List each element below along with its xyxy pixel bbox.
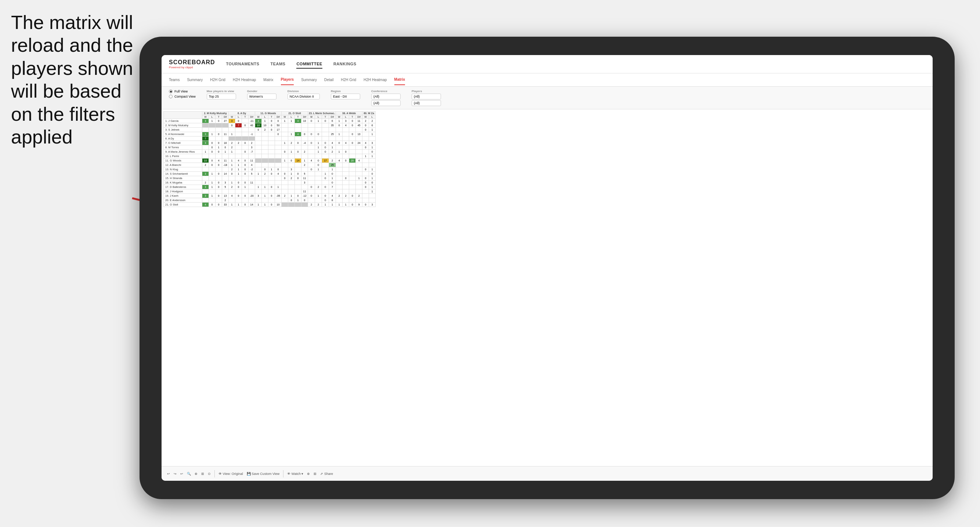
data-cell: 0: [295, 141, 301, 145]
data-cell: [262, 137, 269, 141]
data-cell: [295, 167, 301, 172]
tab-h2h-heatmap[interactable]: H2H Heatmap: [233, 75, 256, 85]
data-cell: 0: [255, 128, 262, 132]
separator-2: [283, 470, 283, 478]
data-cell: 1: [229, 181, 235, 185]
data-cell: [255, 181, 262, 185]
division-select[interactable]: NCAA Division II: [288, 94, 320, 100]
data-cell: [242, 145, 248, 150]
conference-select1[interactable]: (All): [371, 94, 401, 100]
back-btn[interactable]: ↩: [180, 472, 183, 476]
data-cell: 1: [329, 145, 336, 150]
data-cell: [369, 198, 375, 203]
players-label: Players: [412, 90, 441, 93]
data-cell: 0: [235, 119, 242, 123]
refresh-btn[interactable]: ⊙: [208, 472, 211, 476]
plus-btn[interactable]: ⊕: [307, 472, 310, 476]
data-cell: 2: [329, 150, 336, 154]
tab-teams[interactable]: Teams: [169, 75, 180, 85]
grid-btn[interactable]: ⊞: [201, 472, 204, 476]
table-row: 1. J Garcia3102730-114100114100106130112…: [164, 119, 375, 123]
conference-select2[interactable]: (All): [371, 100, 401, 106]
players-filter: Players (All) (All): [412, 90, 441, 106]
data-cell: [242, 128, 248, 132]
data-cell: [301, 185, 308, 189]
full-view-option[interactable]: Full View: [169, 90, 196, 93]
data-cell: 0: [216, 150, 222, 154]
tab-players[interactable]: Players: [281, 75, 294, 85]
table-row: 2. M Kelly Mulcahy070401010050350404506: [164, 123, 375, 128]
data-cell: 1: [322, 172, 329, 176]
nav-teams[interactable]: TEAMS: [270, 60, 285, 68]
max-players-select[interactable]: Top 25: [207, 94, 236, 100]
gender-select[interactable]: Women's: [247, 94, 277, 100]
data-cell: -18: [222, 163, 229, 167]
full-view-radio[interactable]: [169, 90, 173, 93]
data-cell: 1: [336, 132, 342, 137]
sub-t-6: T: [349, 115, 356, 119]
data-cell: 1: [235, 163, 242, 167]
data-cell: 0: [322, 119, 329, 123]
data-cell: [315, 189, 322, 194]
redo-btn[interactable]: ↪: [174, 472, 177, 476]
data-cell: 3: [288, 167, 295, 172]
table-row: 18. J Hodgson111: [164, 189, 375, 194]
tab-detail[interactable]: Detail: [324, 75, 334, 85]
data-cell: 35: [329, 123, 336, 128]
data-cell: [342, 189, 349, 194]
data-cell: 6: [329, 119, 336, 123]
data-cell: [349, 185, 356, 189]
table-row: 21. O Stoll4003311014110102211110903: [164, 203, 375, 207]
data-cell: [229, 137, 235, 141]
data-cell: 0: [242, 141, 248, 145]
data-cell: [202, 154, 209, 159]
data-cell: 0: [269, 123, 275, 128]
data-cell: -20: [248, 194, 255, 198]
player-name-cell: 5. A Nomrowski: [164, 132, 202, 137]
tab-h2h-heatmap2[interactable]: H2H Heatmap: [364, 75, 387, 85]
data-cell: [222, 154, 229, 159]
data-cell: 2: [202, 181, 209, 185]
data-cell: 0: [336, 123, 342, 128]
nav-committee[interactable]: COMMITTEE: [296, 60, 322, 68]
data-cell: [342, 181, 349, 185]
tab-h2h-grid2[interactable]: H2H Grid: [341, 75, 356, 85]
data-cell: 0: [308, 194, 315, 198]
undo-btn[interactable]: ↩: [167, 472, 170, 476]
data-cell: 1: [369, 154, 375, 159]
data-cell: [322, 132, 329, 137]
sub-t-3: T: [269, 115, 275, 119]
expand-btn[interactable]: ⊞: [313, 472, 317, 476]
sub-w-5: W: [308, 115, 315, 119]
table-row: 12. A Bianchi200-1811042025: [164, 163, 375, 167]
data-cell: 1: [229, 132, 235, 137]
data-cell: [242, 119, 248, 123]
data-cell: 0: [282, 172, 288, 176]
watch-btn[interactable]: 👁 Watch ▾: [287, 472, 303, 476]
player-name-cell: 3. S Jelinek: [164, 128, 202, 132]
tab-summary[interactable]: Summary: [187, 75, 203, 85]
players-select1[interactable]: (All): [412, 94, 441, 100]
tab-matrix2[interactable]: Matrix: [395, 75, 405, 85]
data-cell: [269, 176, 275, 181]
sub-dif-4: Dif: [301, 115, 308, 119]
nav-tournaments[interactable]: TOURNAMENTS: [226, 60, 259, 68]
nav-rankings[interactable]: RANKINGS: [333, 60, 356, 68]
add-btn[interactable]: ⊕: [195, 472, 197, 476]
data-cell: [262, 189, 269, 194]
players-select2[interactable]: (All): [412, 100, 441, 106]
tab-h2h-grid[interactable]: H2H Grid: [210, 75, 226, 85]
data-cell: 0: [322, 141, 329, 145]
data-cell: 0: [209, 163, 216, 167]
view-original-btn[interactable]: 👁 View: Original: [218, 472, 243, 476]
compact-view-radio[interactable]: [169, 95, 173, 98]
data-cell: [315, 137, 322, 141]
zoom-btn[interactable]: 🔍: [187, 472, 191, 476]
compact-view-option[interactable]: Compact View: [169, 95, 196, 98]
data-cell: 0: [242, 123, 248, 128]
share-btn[interactable]: ⇗ Share: [320, 472, 333, 476]
tab-matrix[interactable]: Matrix: [263, 75, 273, 85]
region-select[interactable]: East - DII: [331, 94, 360, 100]
save-custom-btn[interactable]: 💾 Save Custom View: [247, 472, 279, 476]
tab-summary2[interactable]: Summary: [301, 75, 317, 85]
